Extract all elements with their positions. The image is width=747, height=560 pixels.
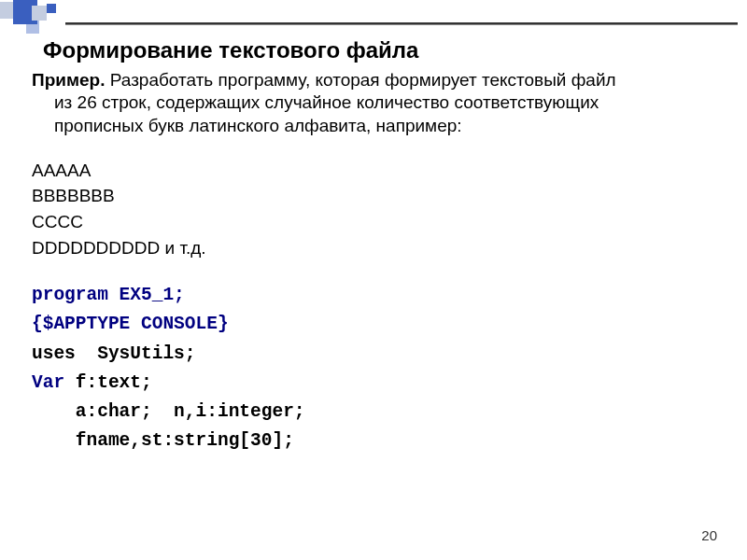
code-line: program EX5_1; xyxy=(32,281,719,310)
code-line: uses SysUtils; xyxy=(32,340,719,369)
code-line: fname,st:string[30]; xyxy=(32,427,719,455)
task-text: прописных букв латинского алфавита, напр… xyxy=(32,115,719,137)
top-horizontal-rule xyxy=(65,22,738,25)
code-listing: program EX5_1; {$APPTYPE CONSOLE} uses S… xyxy=(32,281,719,455)
task-text: из 26 строк, содержащих случайное количе… xyxy=(32,91,719,114)
deco-square xyxy=(47,4,56,13)
example-line: CCCC xyxy=(32,209,719,235)
code-line: {$APPTYPE CONSOLE} xyxy=(32,310,719,339)
slide-title: Формирование текстового файла xyxy=(43,37,719,63)
deco-square xyxy=(26,21,39,34)
code-keyword: Var xyxy=(32,372,64,393)
example-line: DDDDDDDDDD и т.д. xyxy=(32,235,719,261)
code-line: a:char; n,i:integer; xyxy=(32,398,719,427)
deco-square xyxy=(32,6,47,21)
task-label: Пример. xyxy=(32,70,105,90)
page-number: 20 xyxy=(701,527,717,543)
code-text: f:text; xyxy=(64,372,152,393)
example-line: BBBBBBB xyxy=(32,183,719,209)
example-output: AAAAA BBBBBBB CCCC DDDDDDDDDD и т.д. xyxy=(32,158,719,260)
slide-content: Формирование текстового файла Пример. Ра… xyxy=(32,37,719,455)
example-line: AAAAA xyxy=(32,158,719,184)
task-text: Разработать программу, которая формирует… xyxy=(105,70,615,90)
code-line: Var f:text; xyxy=(32,369,719,398)
task-description: Пример. Разработать программу, которая ф… xyxy=(32,69,719,91)
corner-decoration xyxy=(0,0,84,37)
